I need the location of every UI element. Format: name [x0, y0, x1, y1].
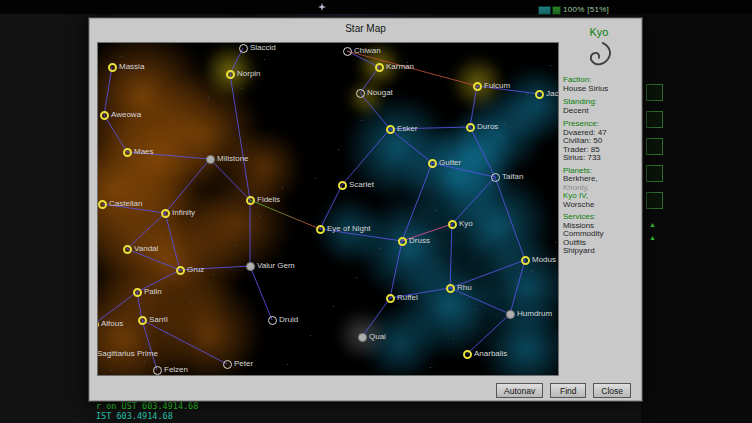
system-label-ruffel: Ruffel — [397, 293, 418, 302]
hyperlane-millstone-infinity — [165, 159, 210, 213]
system-norpin[interactable] — [226, 70, 235, 79]
system-label-alfous: Alfous — [101, 319, 123, 328]
hud-marker-icon-1: ▲ — [649, 218, 656, 231]
system-fulcum[interactable] — [473, 82, 482, 91]
hud-health-readout: 100% [51%] — [563, 5, 609, 14]
system-scarlet[interactable] — [338, 181, 347, 190]
system-label-jac: Jac — [546, 89, 558, 98]
system-label-palin: Palin — [144, 287, 162, 296]
hyperlane-gutter-druss — [402, 163, 432, 241]
hyperlane-kyo-rhu — [450, 224, 452, 288]
system-aweowa[interactable] — [100, 111, 109, 120]
planet-entry: Worsche — [563, 201, 635, 210]
system-quai[interactable] — [358, 333, 367, 342]
system-anarbalis[interactable] — [463, 350, 472, 359]
shield-bar-chip — [538, 6, 551, 15]
system-label-gruz: Gruz — [187, 265, 204, 274]
hyperlane-taifan-modus-m — [495, 177, 525, 260]
system-label-fidelis: Fidelis — [257, 195, 280, 204]
system-gutter[interactable] — [428, 159, 437, 168]
system-label-eye-of-night: Eye of Night — [327, 224, 371, 233]
close-button[interactable]: Close — [593, 383, 631, 398]
system-jac[interactable] — [535, 90, 544, 99]
system-label-modus-m: Modus M — [532, 255, 559, 264]
service-entry: Shipyard — [563, 247, 635, 256]
standing-value: Decent — [563, 107, 635, 116]
system-label-castellan: Castellan — [109, 199, 142, 208]
system-ruffel[interactable] — [386, 294, 395, 303]
system-nougat[interactable] — [356, 89, 365, 98]
system-valur-gem[interactable] — [246, 262, 255, 271]
system-label-rhu: Rhu — [457, 283, 472, 292]
presence-list: Dvaered: 47Civilian: 50Trader: 85Sirius:… — [563, 129, 635, 163]
hud-side-button-4[interactable] — [646, 165, 663, 182]
game-screen: { "background": { "hud_percent": "100% [… — [0, 0, 752, 423]
system-label-fulcum: Fulcum — [484, 81, 510, 90]
system-label-duros: Duros — [477, 122, 498, 131]
system-maes[interactable] — [123, 148, 132, 157]
system-label-anarbalis: Anarbalis — [474, 349, 507, 358]
system-massia[interactable] — [108, 63, 117, 72]
hyperlane-duros-taifan — [470, 127, 495, 177]
system-gruz[interactable] — [176, 266, 185, 275]
hud-side-button-column — [646, 84, 663, 219]
hud-side-button-3[interactable] — [646, 138, 663, 155]
system-label-kyo: Kyo — [459, 219, 473, 228]
system-vandal[interactable] — [123, 245, 132, 254]
system-sarril[interactable] — [138, 316, 147, 325]
system-info-panel: Kyo Faction: House Sirius Standing: Dece… — [563, 26, 635, 396]
hyperlane-aweowa-maes — [104, 115, 127, 152]
hud-side-button-2[interactable] — [646, 111, 663, 128]
system-esker[interactable] — [386, 125, 395, 134]
system-label-maes: Maes — [134, 147, 154, 156]
system-humdrum[interactable] — [506, 310, 515, 319]
hyperlane-infinity-gruz — [165, 213, 180, 270]
hyperlane-valur-gem-druid — [250, 266, 272, 320]
system-eye-of-night[interactable] — [316, 225, 325, 234]
system-slaccid[interactable] — [239, 44, 248, 53]
system-peter[interactable] — [223, 360, 232, 369]
system-druss[interactable] — [398, 237, 407, 246]
system-rhu[interactable] — [446, 284, 455, 293]
system-modus-m[interactable] — [521, 256, 530, 265]
system-label-humdrum: Humdrum — [517, 309, 552, 318]
system-label-millstone: Millstone — [217, 154, 249, 163]
planets-list: Berkhere,Khonly,Kyo IV,Worsche — [563, 175, 635, 209]
system-label-valur-gem: Valur Gem — [257, 261, 295, 270]
system-felzen[interactable] — [153, 366, 162, 375]
hyperlane-scarlet-esker — [342, 129, 390, 185]
star-map-window: Star Map SlaccidMassiaNorpinChiwanKarman… — [88, 17, 643, 402]
system-fidelis[interactable] — [246, 196, 255, 205]
system-label-aweowa: Aweowa — [111, 110, 141, 119]
autonav-button[interactable]: Autonav — [496, 383, 543, 398]
star-map-canvas[interactable]: SlaccidMassiaNorpinChiwanKarmanNougatFul… — [97, 42, 559, 376]
hyperlane-druss-ruffel — [390, 241, 402, 298]
system-duros[interactable] — [466, 123, 475, 132]
system-castellan[interactable] — [98, 200, 107, 209]
status-log-line-1: r on UST 603.4914.68 — [96, 401, 198, 411]
window-title: Star Map — [89, 23, 642, 34]
hud-side-button-1[interactable] — [646, 84, 663, 101]
system-taifan[interactable] — [491, 173, 500, 182]
hyperlane-eye-of-night-scarlet — [320, 185, 342, 229]
hud-side-button-5[interactable] — [646, 192, 663, 209]
system-label-esker: Esker — [397, 124, 417, 133]
hyperlane-esker-nougat — [360, 93, 390, 129]
system-palin[interactable] — [133, 288, 142, 297]
system-infinity[interactable] — [161, 209, 170, 218]
system-druid[interactable] — [268, 316, 277, 325]
armor-bar-chip — [552, 6, 561, 15]
find-button[interactable]: Find — [550, 383, 586, 398]
hyperlane-taifan-kyo — [452, 177, 495, 224]
system-label-chiwan: Chiwan — [354, 46, 381, 55]
system-label-karman: Karman — [386, 62, 414, 71]
system-karman[interactable] — [375, 63, 384, 72]
dialog-button-row: AutonavFindClose — [496, 383, 631, 398]
status-log-line-2: IST 603.4914.68 — [96, 411, 173, 421]
system-millstone[interactable] — [206, 155, 215, 164]
system-chiwan[interactable] — [343, 47, 352, 56]
hyperlane-fidelis-eye-of-night — [250, 200, 320, 229]
faction-value: House Sirius — [563, 85, 635, 94]
hyperlane-massia-aweowa — [104, 67, 112, 115]
system-kyo[interactable] — [448, 220, 457, 229]
